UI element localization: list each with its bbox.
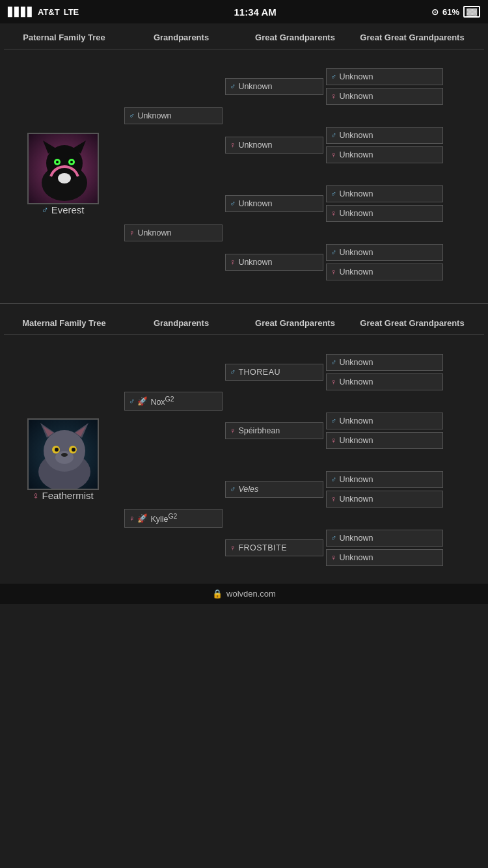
paternal-ggp-0-0: ♂ Unknown	[225, 57, 323, 116]
ggp00-name: Unknown	[238, 82, 272, 91]
gggp011-name: Unknown	[339, 150, 373, 159]
maternal-tree: ♀ Feathermist ♂ 🚀 NoxG2 ♀ 🚀	[4, 343, 484, 577]
paternal-col-header: Paternal Family Tree	[4, 33, 124, 44]
gp0-gender-icon: ♂	[129, 111, 135, 120]
maternal-subject-name-text: Feathermist	[42, 490, 94, 501]
bottom-bar: 🔒 wolvden.com	[0, 584, 488, 604]
gggp100-node[interactable]: ♂ Unknown	[326, 185, 443, 202]
maternal-ggp-0-0-node[interactable]: ♂ THOREAU	[225, 364, 323, 381]
paternal-ggp-1-1: ♀ Unknown	[225, 233, 323, 292]
mgggp111-name: Unknown	[339, 553, 373, 562]
maternal-gp-1-node[interactable]: ♀ 🚀 KylieG2	[124, 509, 223, 528]
maternal-col-header: Maternal Family Tree	[4, 318, 124, 329]
mgggp010-gender-icon: ♂	[331, 416, 336, 426]
gggp010-name: Unknown	[339, 131, 373, 140]
gggp101-gender-icon: ♀	[331, 209, 336, 218]
paternal-ggp-col: ♂ Unknown ♀ Unknown ♂ Unknown	[225, 57, 326, 292]
gggp111-name: Unknown	[339, 267, 373, 277]
gggp011-gender-icon: ♀	[331, 150, 336, 159]
maternal-gggp-1-1: ♂ Unknown ♀ Unknown	[326, 519, 443, 577]
signal-icon: ▋▋▋▋	[8, 7, 34, 17]
maternal-subject-col: ♀ Feathermist	[4, 343, 124, 577]
maternal-gggp-0-0: ♂ Unknown ♀ Unknown	[326, 343, 443, 401]
gggp011-node[interactable]: ♀ Unknown	[326, 146, 443, 163]
maternal-ggp-1-1: ♀ FROSTBITE	[225, 519, 323, 577]
mgggp001-node[interactable]: ♀ Unknown	[326, 373, 443, 390]
status-bar: ▋▋▋▋ AT&T LTE 11:34 AM ⊙ 61% ▓▓	[0, 0, 488, 23]
maternal-ggp-0-0: ♂ THOREAU	[225, 343, 323, 401]
paternal-ggp-1-1-node[interactable]: ♀ Unknown	[225, 254, 323, 271]
gggp110-node[interactable]: ♂ Unknown	[326, 244, 443, 261]
paternal-ggp-0-1-node[interactable]: ♀ Unknown	[225, 137, 323, 154]
mgggp110-node[interactable]: ♂ Unknown	[326, 530, 443, 547]
paternal-gp-0: ♂ Unknown	[124, 57, 223, 174]
mgggp011-node[interactable]: ♀ Unknown	[326, 432, 443, 449]
mgp0-superscript: G2	[165, 396, 174, 403]
gggp111-gender-icon: ♀	[331, 267, 336, 277]
maternal-gggp-1-0: ♂ Unknown ♀ Unknown	[326, 460, 443, 519]
maternal-subject-avatar[interactable]	[27, 418, 99, 490]
gggp101-node[interactable]: ♀ Unknown	[326, 205, 443, 222]
network-type: LTE	[64, 7, 79, 17]
mgggp000-node[interactable]: ♂ Unknown	[326, 354, 443, 371]
mgggp101-node[interactable]: ♀ Unknown	[326, 491, 443, 508]
gggp010-node[interactable]: ♂ Unknown	[326, 127, 443, 144]
paternal-header: Paternal Family Tree Grandparents Great …	[4, 30, 484, 49]
maternal-ggp-col: ♂ THOREAU ♀ Spéirbhean ♂ Veles	[225, 343, 326, 577]
mgggp010-name: Unknown	[339, 416, 373, 426]
subject-name-text: Everest	[51, 204, 85, 215]
mgp0-gender-icon: ♂	[129, 397, 135, 406]
paternal-gp-col: ♂ Unknown ♀ Unknown	[124, 57, 225, 292]
paternal-subject-avatar[interactable]	[27, 133, 99, 204]
paternal-tree: ♂ Everest ♂ Unknown ♀ Unknown	[4, 57, 484, 292]
paternal-gp-0-node[interactable]: ♂ Unknown	[124, 107, 223, 124]
gggp101-name: Unknown	[339, 209, 373, 218]
gggp100-name: Unknown	[339, 189, 373, 198]
maternal-gp-0-node[interactable]: ♂ 🚀 NoxG2	[124, 392, 223, 411]
maternal-ggp-1-1-node[interactable]: ♀ FROSTBITE	[225, 539, 323, 556]
mgggp100-name: Unknown	[339, 475, 373, 484]
mgggp111-gender-icon: ♀	[331, 553, 336, 562]
lock-icon: ⊙	[431, 7, 439, 17]
mggp11-gender-icon: ♀	[230, 543, 236, 552]
mgggp111-node[interactable]: ♀ Unknown	[326, 549, 443, 566]
subject-gender-icon: ♂	[41, 204, 48, 215]
maternal-header: Maternal Family Tree Grandparents Great …	[4, 316, 484, 335]
ggp01-gender-icon: ♀	[230, 141, 236, 150]
mggp01-gender-icon: ♀	[230, 426, 236, 435]
paternal-ggp-header: Great Grandparents	[238, 33, 352, 44]
paternal-gggp-0-0: ♂ Unknown ♀ Unknown	[326, 57, 443, 116]
paternal-gp-header: Grandparents	[124, 33, 238, 44]
paternal-gp-1: ♀ Unknown	[124, 174, 223, 292]
gggp000-node[interactable]: ♂ Unknown	[326, 68, 443, 85]
paternal-ggp-1-0-node[interactable]: ♂ Unknown	[225, 195, 323, 212]
ggp11-gender-icon: ♀	[230, 258, 236, 267]
mggp00-name: THOREAU	[238, 368, 280, 377]
paternal-gp-1-node[interactable]: ♀ Unknown	[124, 224, 223, 241]
maternal-subject-gender-icon: ♀	[32, 490, 39, 501]
mgggp101-gender-icon: ♀	[331, 495, 336, 504]
gggp000-gender-icon: ♂	[331, 72, 336, 81]
gggp110-name: Unknown	[339, 248, 373, 257]
maternal-bracket: ♂ 🚀 NoxG2 ♀ 🚀 KylieG2	[124, 343, 484, 577]
gggp001-node[interactable]: ♀ Unknown	[326, 88, 443, 105]
maternal-ggp-1-0-node[interactable]: ♂ Veles	[225, 481, 323, 498]
ggp10-name: Unknown	[238, 199, 272, 208]
ggp01-name: Unknown	[238, 141, 272, 150]
paternal-ggp-0-0-node[interactable]: ♂ Unknown	[225, 78, 323, 95]
maternal-ggp-0-1: ♀ Spéirbhean	[225, 401, 323, 460]
time-display: 11:34 AM	[234, 7, 276, 18]
mgggp011-gender-icon: ♀	[331, 436, 336, 445]
paternal-ggp-0-1: ♀ Unknown	[225, 116, 323, 174]
gggp100-gender-icon: ♂	[331, 189, 336, 198]
mgggp100-node[interactable]: ♂ Unknown	[326, 471, 443, 488]
maternal-ggp-0-1-node[interactable]: ♀ Spéirbhean	[225, 422, 323, 439]
paternal-gggp-1-1: ♂ Unknown ♀ Unknown	[326, 233, 443, 292]
paternal-gggp-1-0: ♂ Unknown ♀ Unknown	[326, 174, 443, 233]
mgggp001-gender-icon: ♀	[331, 377, 336, 387]
maternal-subject-name[interactable]: ♀ Feathermist	[32, 490, 93, 501]
gggp111-node[interactable]: ♀ Unknown	[326, 264, 443, 280]
mggp10-name: Veles	[238, 485, 258, 494]
paternal-subject-name[interactable]: ♂ Everest	[41, 204, 84, 215]
mgggp010-node[interactable]: ♂ Unknown	[326, 413, 443, 429]
